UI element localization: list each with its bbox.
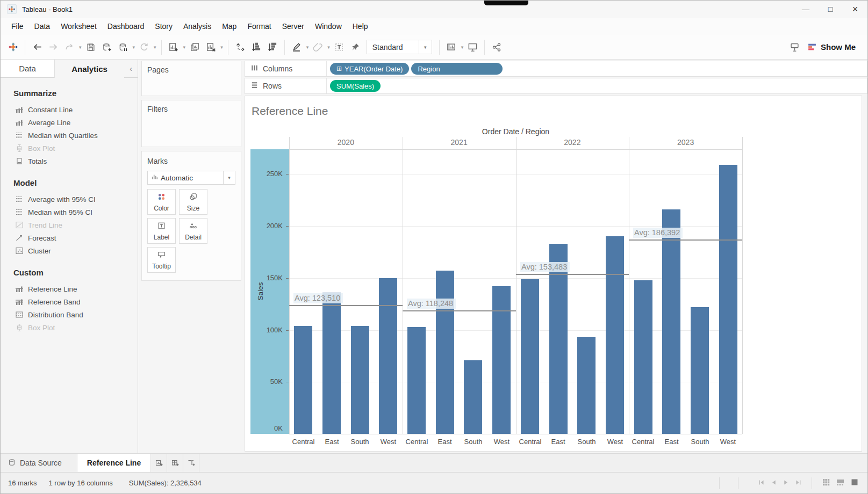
reference-line-label-2020[interactable]: Avg: 123,510	[293, 293, 343, 303]
show-me-button[interactable]: Show Me	[807, 38, 856, 56]
x-axis-label-south[interactable]: South	[572, 438, 601, 446]
analytics-item-average-line[interactable]: Average Line	[1, 116, 138, 129]
clear-sheet-caret-icon[interactable]: ▾	[219, 45, 224, 50]
year-header-2022[interactable]: 2022	[516, 138, 629, 147]
last-sheet-icon[interactable]	[795, 479, 802, 488]
close-button[interactable]: ×	[843, 1, 867, 18]
bar-2021-west[interactable]	[492, 286, 511, 434]
x-axis-label-central[interactable]: Central	[403, 438, 431, 446]
analytics-item-average-with-95-ci[interactable]: Average with 95% CI	[1, 193, 138, 206]
rows-shelf[interactable]: Rows SUM(Sales)	[245, 78, 867, 94]
year-header-2021[interactable]: 2021	[403, 138, 516, 147]
replay-button[interactable]	[61, 38, 77, 56]
x-axis-label-west[interactable]: West	[487, 438, 516, 446]
menu-data[interactable]: Data	[29, 19, 56, 33]
auto-updates-caret-icon[interactable]: ▾	[132, 45, 137, 50]
swap-rows-columns-button[interactable]	[232, 38, 248, 56]
fit-selector-caret-icon[interactable]: ▾	[419, 40, 432, 54]
tab-data[interactable]: Data	[1, 60, 54, 78]
x-axis-label-east[interactable]: East	[544, 438, 572, 446]
duplicate-sheet-button[interactable]	[186, 38, 203, 56]
menu-map[interactable]: Map	[217, 19, 242, 33]
pill-sum-sales-[interactable]: SUM(Sales)	[330, 80, 381, 92]
label-button[interactable]: Label	[147, 218, 176, 244]
color-button[interactable]: Color	[147, 189, 176, 215]
sheet-title[interactable]: Reference Line	[252, 105, 328, 118]
collapse-panel-icon[interactable]: ‹	[124, 60, 138, 78]
x-axis-label-south[interactable]: South	[459, 438, 487, 446]
x-axis-label-west[interactable]: West	[374, 438, 403, 446]
pill-year-order-date-[interactable]: ⊞YEAR(Order Date)	[330, 63, 409, 75]
fit-selector[interactable]: Standard ▾	[367, 40, 432, 54]
redo-button[interactable]	[45, 38, 61, 56]
group-members-button[interactable]	[310, 38, 326, 56]
replay-caret-icon[interactable]: ▾	[78, 45, 83, 50]
maximize-button[interactable]: □	[818, 1, 843, 18]
x-axis-label-east[interactable]: East	[657, 438, 686, 446]
reference-line-label-2021[interactable]: Avg: 118,248	[407, 299, 456, 309]
bar-2020-south[interactable]	[351, 326, 369, 434]
highlight-button[interactable]	[289, 38, 305, 56]
bar-2022-west[interactable]	[606, 236, 624, 434]
tooltip-button[interactable]: Tooltip	[147, 247, 176, 273]
data-source-tab[interactable]: Data Source	[1, 454, 77, 472]
show-hide-cards-caret-icon[interactable]: ▾	[460, 45, 465, 50]
year-header-2023[interactable]: 2023	[629, 138, 742, 147]
new-dashboard-tab-button[interactable]	[167, 454, 183, 472]
bar-2022-central[interactable]	[521, 279, 539, 434]
expand-hierarchy-icon[interactable]: ⊞	[336, 65, 342, 72]
bar-2020-west[interactable]	[379, 278, 397, 434]
highlight-caret-icon[interactable]: ▾	[305, 45, 310, 50]
pause-auto-updates-button[interactable]	[115, 38, 131, 56]
detail-button[interactable]: Detail	[179, 218, 207, 244]
save-button[interactable]	[83, 38, 99, 56]
analytics-item-totals[interactable]: Totals	[1, 155, 138, 168]
reference-line-2020[interactable]	[289, 305, 403, 306]
bar-2021-east[interactable]	[436, 271, 454, 434]
presentation-mode-button[interactable]	[464, 38, 480, 56]
previous-sheet-icon[interactable]	[770, 479, 777, 488]
sort-ascending-button[interactable]	[248, 38, 264, 56]
next-sheet-icon[interactable]	[783, 479, 790, 488]
analytics-item-forecast[interactable]: Forecast	[1, 231, 138, 244]
y-axis-title[interactable]: Sales	[256, 281, 264, 302]
menu-window[interactable]: Window	[310, 19, 347, 33]
sort-descending-button[interactable]	[264, 38, 281, 56]
menu-dashboard[interactable]: Dashboard	[102, 19, 150, 33]
menu-server[interactable]: Server	[277, 19, 310, 33]
reference-line-2021[interactable]	[403, 310, 516, 311]
year-header-2020[interactable]: 2020	[289, 138, 403, 147]
filmstrip-view-icon[interactable]	[836, 478, 845, 488]
analytics-item-reference-band[interactable]: Reference Band	[1, 295, 138, 308]
add-data-source-button[interactable]	[99, 38, 115, 56]
new-worksheet-button[interactable]	[166, 38, 182, 56]
bar-2023-south[interactable]	[691, 307, 709, 434]
bar-2023-east[interactable]	[662, 209, 680, 434]
x-axis-label-east[interactable]: East	[318, 438, 346, 446]
bar-2023-central[interactable]	[634, 280, 652, 434]
x-axis-label-east[interactable]: East	[431, 438, 459, 446]
tableau-logo-icon[interactable]	[5, 38, 21, 56]
first-sheet-icon[interactable]	[758, 479, 765, 488]
bar-2022-south[interactable]	[577, 337, 596, 434]
run-update-caret-icon[interactable]: ▾	[153, 45, 157, 50]
group-caret-icon[interactable]: ▾	[326, 45, 331, 50]
analytics-item-median-with-95-ci[interactable]: Median with 95% CI	[1, 206, 138, 219]
share-button[interactable]	[489, 38, 505, 56]
menu-help[interactable]: Help	[347, 19, 374, 33]
menu-file[interactable]: File	[6, 19, 29, 33]
reference-line-2023[interactable]	[629, 239, 742, 241]
reference-line-2022[interactable]	[516, 274, 629, 275]
x-axis-label-central[interactable]: Central	[629, 438, 657, 446]
x-axis-label-south[interactable]: South	[346, 438, 374, 446]
analytics-item-reference-line[interactable]: Reference Line	[1, 282, 138, 295]
show-sheet-tabs-icon[interactable]	[822, 478, 830, 488]
bar-2021-central[interactable]	[407, 327, 426, 434]
fullscreen-view-icon[interactable]	[850, 478, 859, 488]
mark-type-caret-icon[interactable]: ▾	[223, 171, 235, 184]
filters-card[interactable]: Filters	[141, 100, 241, 147]
columns-shelf[interactable]: Columns ⊞YEAR(Order Date)Region	[245, 61, 867, 77]
show-mark-labels-button[interactable]	[331, 38, 347, 56]
x-axis-label-west[interactable]: West	[714, 438, 742, 446]
show-hide-cards-button[interactable]	[443, 38, 460, 56]
